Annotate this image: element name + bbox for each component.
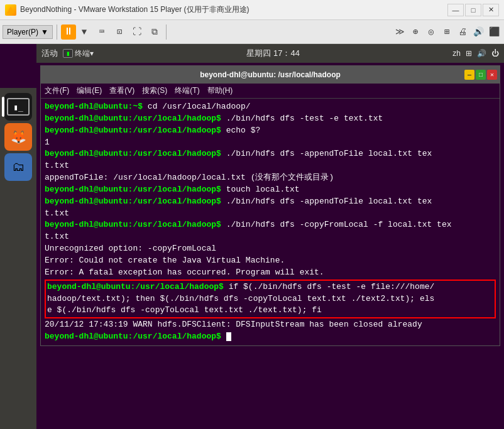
terminal-panel-icon: ▮ — [63, 49, 73, 58]
maximize-button[interactable]: □ — [465, 4, 481, 16]
snapshot-button[interactable]: ⊡ — [112, 24, 127, 40]
vm-window: BeyondNothing - VMware Workstation 15 Pl… — [0, 0, 504, 429]
terminal-line-18: beyond-dhl@ubuntu:/usr/local/hadoop$ — [45, 331, 496, 343]
terminal-line-6: t.txt — [45, 160, 496, 172]
panel-right: zh ⊞ 🔊 ⏻ — [452, 49, 499, 58]
menu-search[interactable]: 搜索(S) — [142, 85, 167, 96]
close-button[interactable]: ✕ — [483, 4, 499, 16]
panel-network-icon[interactable]: ⊞ — [466, 49, 472, 58]
terminal-maximize-button[interactable]: □ — [476, 70, 486, 80]
pause-button[interactable]: ⏸ — [61, 24, 76, 40]
panel-datetime: 星期四 17：44 — [99, 48, 447, 59]
terminal-line-7: appendToFile: /usr/local/hadoop/local.tx… — [45, 172, 496, 184]
panel-power-icon[interactable]: ⏻ — [491, 49, 499, 58]
toolbar-separator-2 — [166, 24, 167, 40]
terminal-line-2: beyond-dhl@ubuntu:/usr/local/hadoop$ ./b… — [45, 113, 496, 125]
menu-file[interactable]: 文件(F) — [45, 85, 69, 96]
svg-marker-0 — [7, 6, 14, 13]
highlighted-command-block: beyond-dhl@ubuntu:/usr/local/hadoop$ if … — [45, 280, 496, 319]
cursor — [226, 332, 231, 341]
player-dropdown-icon: ▼ — [41, 28, 48, 36]
menu-edit[interactable]: 编辑(E) — [77, 85, 102, 96]
right-icon-3[interactable]: ◎ — [424, 24, 439, 40]
ubuntu-panel: 活动 ▮ 终端▾ 星期四 17：44 zh ⊞ 🔊 ⏻ — [36, 44, 504, 63]
ubuntu-launcher: ▮_ 🦊 🗂 — [0, 88, 36, 429]
panel-clock: 星期四 17：44 — [246, 48, 300, 58]
terminal-content[interactable]: beyond-dhl@ubuntu:~$ cd /usr/local/hadoo… — [41, 99, 500, 345]
terminal-line-4: 1 — [45, 137, 496, 149]
terminal-line-14: Error: Could not create the Java Virtual… — [45, 255, 496, 267]
right-icon-7[interactable]: ⬛ — [486, 24, 501, 40]
launcher-firefox[interactable]: 🦊 — [4, 123, 32, 151]
panel-lang[interactable]: zh — [452, 49, 461, 58]
right-icon-5[interactable]: 🖨 — [455, 24, 470, 40]
panel-terminal-app[interactable]: ▮ 终端▾ — [63, 48, 94, 59]
minimize-button[interactable]: — — [447, 4, 464, 16]
terminal-line-5: beyond-dhl@ubuntu:/usr/local/hadoop$ ./b… — [45, 148, 496, 160]
terminal-window: beyond-dhl@ubuntu: /usr/local/hadoop — □… — [40, 65, 500, 346]
terminal-window-buttons: — □ ✕ — [464, 70, 497, 80]
terminal-line-3: beyond-dhl@ubuntu:/usr/local/hadoop$ ech… — [45, 125, 496, 137]
terminal-line-12: t.txt — [45, 231, 496, 243]
window-controls: — □ ✕ — [447, 4, 499, 16]
terminal-line-10: t.txt — [45, 208, 496, 220]
power-controls: ⏸ ▼ — [61, 24, 92, 40]
menu-terminal[interactable]: 终端(T) — [175, 85, 199, 96]
terminal-line-15: Error: A fatal exception has occurred. P… — [45, 267, 496, 279]
launcher-files[interactable]: 🗂 — [4, 153, 32, 181]
right-icon-2[interactable]: ⊕ — [408, 24, 423, 40]
menu-view[interactable]: 查看(V) — [109, 85, 134, 96]
title-bar: BeyondNothing - VMware Workstation 15 Pl… — [0, 0, 504, 20]
terminal-line-8: beyond-dhl@ubuntu:/usr/local/hadoop$ tou… — [45, 184, 496, 196]
terminal-line-13: Unrecognized option: -copyFromLocal — [45, 243, 496, 255]
terminal-line-16b: hadoop/text.txt); then $(./bin/hdfs dfs … — [47, 293, 493, 305]
menu-help[interactable]: 帮助(H) — [207, 85, 233, 96]
vmware-toolbar: Player(P) ▼ ⏸ ▼ ⌨ ⊡ ⛶ ⧉ ≫ ⊕ ◎ ⊞ 🖨 🔊 ⬛ — [0, 20, 504, 44]
terminal-line-1: beyond-dhl@ubuntu:~$ cd /usr/local/hadoo… — [45, 101, 496, 113]
player-menu[interactable]: Player(P) ▼ — [3, 25, 53, 39]
right-icon-4[interactable]: ⊞ — [439, 24, 454, 40]
vmware-icon — [5, 4, 16, 16]
terminal-close-button[interactable]: ✕ — [487, 70, 497, 80]
send-keys-button[interactable]: ⌨ — [94, 24, 109, 40]
toolbar-separator-1 — [57, 24, 57, 40]
panel-activities[interactable]: 活动 — [41, 48, 58, 59]
terminal-line-11: beyond-dhl@ubuntu:/usr/local/hadoop$ ./b… — [45, 219, 496, 231]
panel-terminal-label: 终端▾ — [75, 48, 94, 59]
terminal-title: beyond-dhl@ubuntu: /usr/local/hadoop — [200, 70, 341, 79]
terminal-line-9: beyond-dhl@ubuntu:/usr/local/hadoop$ ./b… — [45, 196, 496, 208]
terminal-line-16: beyond-dhl@ubuntu:/usr/local/hadoop$ if … — [47, 281, 493, 293]
content-area: 活动 ▮ 终端▾ 星期四 17：44 zh ⊞ 🔊 ⏻ — [36, 44, 504, 349]
fullscreen-button[interactable]: ⛶ — [129, 24, 145, 40]
right-icon-1[interactable]: ≫ — [392, 24, 407, 40]
right-icon-6[interactable]: 🔊 — [471, 24, 486, 40]
panel-volume-icon[interactable]: 🔊 — [477, 49, 486, 58]
terminal-titlebar: beyond-dhl@ubuntu: /usr/local/hadoop — □… — [41, 66, 500, 84]
terminal-minimize-button[interactable]: — — [464, 70, 474, 80]
terminal-line-17: 20/11/12 17:43:19 WARN hdfs.DFSClient: D… — [45, 319, 496, 331]
window-title: BeyondNothing - VMware Workstation 15 Pl… — [20, 4, 444, 15]
unity-button[interactable]: ⧉ — [147, 24, 162, 40]
power-dropdown[interactable]: ▼ — [77, 24, 92, 40]
launcher-terminal[interactable]: ▮_ — [4, 93, 32, 121]
right-tools: ≫ ⊕ ◎ ⊞ 🖨 🔊 ⬛ — [392, 24, 501, 40]
main-area: ▮_ 🦊 🗂 — [0, 44, 504, 349]
player-label: Player(P) — [7, 28, 38, 36]
terminal-menubar: 文件(F) 编辑(E) 查看(V) 搜索(S) 终端(T) 帮助(H) — [41, 84, 500, 99]
terminal-line-16c: e $(./bin/hdfs dfs -copyToLocal text.txt… — [47, 305, 493, 317]
